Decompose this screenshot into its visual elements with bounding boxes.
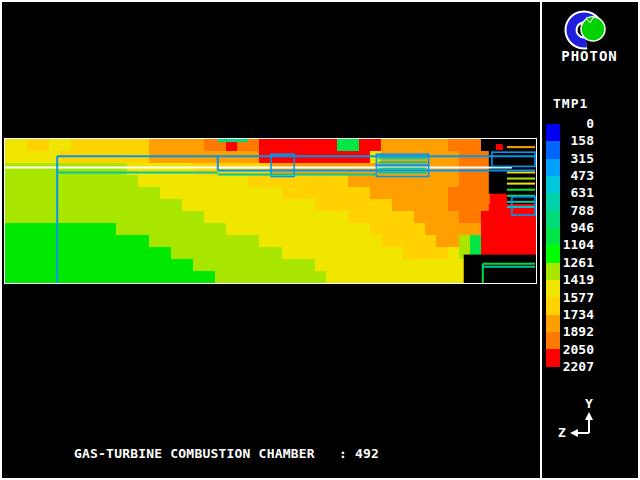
plot-overlays [5, 139, 536, 283]
scale-label-11: 1734 [563, 307, 594, 323]
scale-label-2: 315 [571, 151, 594, 167]
axis-z-label: Z [558, 425, 566, 440]
red-spot-top [496, 144, 503, 150]
scale-label-4: 631 [571, 185, 594, 201]
plot-caption: GAS-TURBINE COMBUSTION CHAMBER : 492 [74, 446, 379, 461]
photon-window: GAS-TURBINE COMBUSTION CHAMBER : 492 PHO… [0, 0, 640, 480]
scale-label-8: 1261 [563, 255, 594, 271]
scale-label-13: 2050 [563, 342, 594, 358]
contour-plot [4, 138, 537, 284]
scale-label-1: 158 [571, 133, 594, 149]
scale-label-10: 1577 [563, 290, 594, 306]
sidebar-divider [540, 0, 542, 480]
wall-block-top-right [489, 139, 536, 168]
axis-y-arrowhead [585, 412, 593, 420]
scale-label-3: 473 [571, 168, 594, 184]
inlet-box-outline [271, 154, 294, 176]
scale-label-5: 788 [571, 203, 594, 219]
scale-label-7: 1104 [563, 237, 594, 253]
axis-y-label: Y [585, 396, 593, 411]
scale-label-14: 2207 [563, 359, 594, 375]
scale-label-9: 1419 [563, 272, 594, 288]
scale-label-0: 0 [586, 116, 594, 132]
axis-orientation-glyph: Y Z [548, 392, 608, 444]
red-spot-mid [490, 194, 507, 204]
scale-label-6: 946 [571, 220, 594, 236]
axis-z-arrowhead [570, 429, 578, 437]
green-dash-top [218, 139, 248, 142]
scale-label-12: 1892 [563, 324, 594, 340]
wall-block-bottom-right [464, 255, 536, 283]
